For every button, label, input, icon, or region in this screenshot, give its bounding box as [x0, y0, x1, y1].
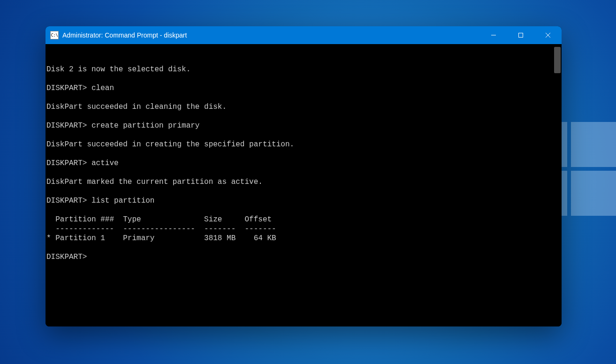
terminal-line: * Partition 1 Primary 3818 MB 64 KB [46, 234, 562, 243]
cmd-window: C:\ Administrator: Command Prompt - disk… [46, 26, 562, 326]
terminal-line: DISKPART> [46, 252, 562, 262]
scrollbar-thumb[interactable] [554, 47, 561, 73]
cmd-icon: C:\ [50, 31, 59, 39]
terminal-line [46, 93, 562, 102]
maximize-button[interactable] [507, 26, 534, 44]
titlebar[interactable]: C:\ Administrator: Command Prompt - disk… [46, 26, 562, 44]
terminal-line: Disk 2 is now the selected disk. [46, 65, 562, 74]
terminal-line: DiskPart succeeded in creating the speci… [46, 140, 562, 149]
terminal-line: Partition ### Type Size Offset [46, 215, 562, 224]
terminal-line [46, 205, 562, 215]
minimize-button[interactable] [480, 26, 507, 44]
scrollbar[interactable] [554, 44, 561, 326]
close-button[interactable] [534, 26, 562, 44]
close-icon [545, 32, 551, 38]
maximize-icon [518, 32, 524, 38]
terminal-line [46, 112, 562, 121]
terminal-line: DiskPart succeeded in cleaning the disk. [46, 102, 562, 112]
terminal-line: DISKPART> active [46, 159, 562, 168]
terminal-line [46, 187, 562, 196]
terminal-line [46, 149, 562, 159]
terminal-line [46, 74, 562, 83]
terminal-line [46, 168, 562, 177]
terminal-output[interactable]: Disk 2 is now the selected disk. DISKPAR… [46, 44, 562, 326]
minimize-icon [491, 32, 496, 38]
terminal-line: DISKPART> create partition primary [46, 121, 562, 130]
terminal-line [46, 130, 562, 140]
terminal-line: ------------- ---------------- ------- -… [46, 224, 562, 234]
terminal-line [46, 243, 562, 252]
terminal-line: DiskPart marked the current partition as… [46, 177, 562, 187]
terminal-line: DISKPART> list partition [46, 196, 562, 205]
terminal-line: DISKPART> clean [46, 83, 562, 93]
svg-rect-1 [519, 33, 523, 38]
window-title: Administrator: Command Prompt - diskpart [62, 31, 187, 39]
